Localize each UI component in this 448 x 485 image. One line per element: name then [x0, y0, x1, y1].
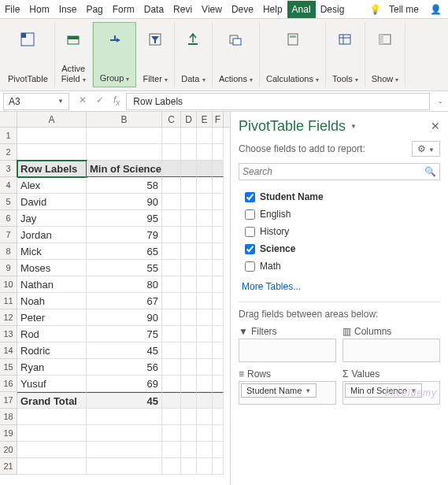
cell[interactable]: [213, 276, 224, 293]
cell[interactable]: [162, 128, 181, 144]
filters-well[interactable]: [239, 339, 336, 362]
row-header[interactable]: 21: [0, 458, 17, 475]
cell[interactable]: [213, 128, 224, 144]
cell[interactable]: [213, 425, 224, 442]
cell[interactable]: [17, 144, 87, 161]
row-header[interactable]: 8: [0, 243, 17, 260]
cell[interactable]: [181, 128, 197, 144]
columns-area[interactable]: ▥Columns: [342, 326, 440, 362]
cell[interactable]: [197, 392, 213, 409]
cell[interactable]: Moses: [17, 260, 87, 276]
ribbon-active-field[interactable]: ActiveField ▾: [55, 22, 93, 87]
cell[interactable]: [197, 276, 213, 293]
cell[interactable]: [87, 425, 162, 442]
col-header-A[interactable]: A: [17, 112, 87, 127]
cell[interactable]: 58: [87, 177, 162, 194]
cell[interactable]: [197, 376, 213, 392]
cell[interactable]: [162, 425, 181, 442]
row-header[interactable]: 6: [0, 210, 17, 227]
field-math[interactable]: Math: [245, 257, 440, 275]
col-header-F[interactable]: F: [213, 112, 224, 127]
cell[interactable]: [162, 276, 181, 293]
cell[interactable]: [181, 425, 197, 442]
field-science[interactable]: Science: [245, 240, 440, 257]
row-header[interactable]: 20: [0, 442, 17, 458]
cell[interactable]: [87, 144, 162, 161]
row-header[interactable]: 1: [0, 128, 17, 144]
cell[interactable]: [197, 210, 213, 227]
cell[interactable]: [213, 392, 224, 409]
row-header[interactable]: 4: [0, 177, 17, 194]
cell[interactable]: [197, 458, 213, 475]
cell[interactable]: [181, 359, 197, 376]
menu-help[interactable]: Help: [258, 1, 287, 18]
col-header-E[interactable]: E: [197, 112, 213, 127]
menu-desig[interactable]: Desig: [316, 1, 350, 18]
menu-data[interactable]: Data: [139, 1, 168, 18]
cell[interactable]: [181, 458, 197, 475]
cell[interactable]: Yusuf: [17, 376, 87, 392]
cell[interactable]: [162, 161, 181, 177]
cell[interactable]: [162, 458, 181, 475]
row-header[interactable]: 17: [0, 392, 17, 409]
cell[interactable]: [213, 442, 224, 458]
cell[interactable]: [162, 177, 181, 194]
name-box[interactable]: A3 ▼: [3, 93, 69, 110]
cell[interactable]: [197, 359, 213, 376]
cell[interactable]: [197, 128, 213, 144]
ribbon-show[interactable]: Show ▾: [365, 22, 406, 87]
cell[interactable]: [213, 458, 224, 475]
more-tables-link[interactable]: More Tables...: [242, 281, 440, 292]
row-header[interactable]: 7: [0, 227, 17, 243]
cell[interactable]: 90: [87, 194, 162, 210]
cell[interactable]: [213, 161, 224, 177]
field-checkbox[interactable]: [245, 209, 255, 220]
cell[interactable]: [162, 293, 181, 309]
cell[interactable]: 75: [87, 326, 162, 342]
row-header[interactable]: 11: [0, 293, 17, 309]
cell[interactable]: [181, 442, 197, 458]
values-area[interactable]: ΣValues Min of Science ▼: [342, 368, 440, 405]
ribbon-actions[interactable]: Actions ▾: [213, 22, 260, 87]
cell[interactable]: [181, 326, 197, 342]
cell[interactable]: [213, 243, 224, 260]
cell[interactable]: [197, 326, 213, 342]
cell[interactable]: [181, 260, 197, 276]
cell[interactable]: 56: [87, 359, 162, 376]
cell[interactable]: [181, 392, 197, 409]
cell[interactable]: [162, 376, 181, 392]
cell[interactable]: [197, 227, 213, 243]
cell[interactable]: [197, 161, 213, 177]
cell[interactable]: [213, 342, 224, 359]
cell[interactable]: [197, 342, 213, 359]
field-search[interactable]: 🔍: [239, 163, 440, 180]
col-header-D[interactable]: D: [181, 112, 197, 127]
filters-area[interactable]: ▼Filters: [239, 326, 336, 362]
cell[interactable]: [181, 227, 197, 243]
field-checkbox[interactable]: [245, 227, 255, 237]
cell[interactable]: [87, 409, 162, 425]
cell[interactable]: [197, 177, 213, 194]
cell[interactable]: [181, 177, 197, 194]
row-header[interactable]: 3: [0, 161, 17, 177]
cell[interactable]: [87, 128, 162, 144]
cell[interactable]: [162, 227, 181, 243]
spreadsheet-grid[interactable]: ABCDEF 123Row Labels▼Min of Science4Alex…: [0, 112, 230, 485]
field-history[interactable]: History: [245, 223, 440, 240]
menu-inse[interactable]: Inse: [54, 1, 82, 18]
select-all-corner[interactable]: [0, 112, 17, 127]
row-header[interactable]: 13: [0, 326, 17, 342]
row-header[interactable]: 19: [0, 425, 17, 442]
columns-well[interactable]: [342, 339, 440, 362]
field-checkbox[interactable]: [245, 192, 255, 202]
row-header[interactable]: 9: [0, 260, 17, 276]
cell[interactable]: [197, 293, 213, 309]
field-checkbox[interactable]: [245, 244, 255, 254]
cancel-icon[interactable]: ✕: [79, 94, 87, 107]
cell[interactable]: [17, 458, 87, 475]
cell[interactable]: [181, 210, 197, 227]
search-input[interactable]: [243, 166, 424, 177]
chevron-down-icon[interactable]: ▼: [350, 123, 357, 130]
row-header[interactable]: 5: [0, 194, 17, 210]
cell[interactable]: [197, 442, 213, 458]
